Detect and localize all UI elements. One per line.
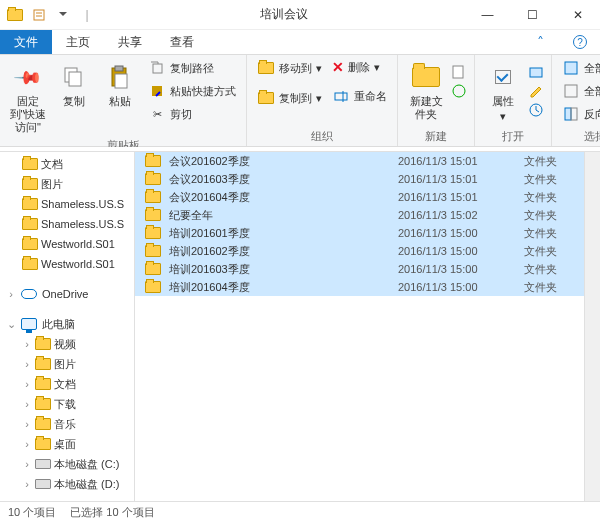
new-folder-button[interactable]: 新建文件夹 bbox=[404, 57, 448, 125]
paste-label: 粘贴 bbox=[109, 95, 131, 108]
nav-this-pc[interactable]: ⌄ 此电脑 bbox=[0, 314, 134, 334]
close-button[interactable]: ✕ bbox=[555, 0, 600, 30]
tab-file[interactable]: 文件 bbox=[0, 30, 52, 54]
nav-pc-item[interactable]: ›文档 bbox=[0, 374, 134, 394]
file-list[interactable]: 会议201602季度2016/11/3 15:01文件夹会议201603季度20… bbox=[135, 152, 584, 501]
nav-item[interactable]: Shameless.US.S bbox=[0, 214, 134, 234]
ribbon-minimize-icon[interactable]: ˄ bbox=[520, 30, 560, 54]
nav-pc-item[interactable]: ›本地磁盘 (D:) bbox=[0, 474, 134, 494]
file-name: 会议201603季度 bbox=[167, 172, 392, 187]
nav-pc-item[interactable]: ›本地磁盘 (C:) bbox=[0, 454, 134, 474]
tab-share[interactable]: 共享 bbox=[104, 30, 156, 54]
window-title: 培训会议 bbox=[102, 6, 465, 23]
nav-item[interactable]: 图片 bbox=[0, 174, 134, 194]
nav-pc-item[interactable]: ›图片 bbox=[0, 354, 134, 374]
nav-pc-label: 图片 bbox=[54, 357, 76, 372]
svg-rect-15 bbox=[565, 108, 571, 120]
copy-path-button[interactable]: 复制路径 bbox=[144, 57, 240, 79]
nav-pc-label: 视频 bbox=[54, 337, 76, 352]
svg-rect-5 bbox=[115, 74, 127, 88]
nav-item-label: 图片 bbox=[41, 177, 63, 192]
file-row[interactable]: 会议201603季度2016/11/3 15:01文件夹 bbox=[135, 170, 584, 188]
rename-icon bbox=[332, 87, 350, 105]
ribbon-group-organize: 移动到▾ 复制到▾ ✕删除▾ 重命名 组织 bbox=[247, 55, 398, 146]
nav-item[interactable]: Shameless.US.S bbox=[0, 194, 134, 214]
nav-item[interactable]: Westworld.S01 bbox=[0, 254, 134, 274]
copy-to-button[interactable]: 复制到▾ bbox=[253, 87, 326, 109]
new-item-icon[interactable] bbox=[450, 63, 468, 81]
cut-button[interactable]: ✂剪切 bbox=[144, 103, 240, 125]
file-date: 2016/11/3 15:01 bbox=[398, 191, 518, 203]
file-name: 培训201601季度 bbox=[167, 226, 392, 241]
file-type: 文件夹 bbox=[524, 280, 584, 295]
nav-item-label: Westworld.S01 bbox=[41, 238, 115, 250]
file-name: 会议201602季度 bbox=[167, 154, 392, 169]
nav-pc-item[interactable]: ›桌面 bbox=[0, 434, 134, 454]
nav-pc-item[interactable]: ›视频 bbox=[0, 334, 134, 354]
help-icon[interactable]: ? bbox=[560, 30, 600, 54]
chevron-right-icon[interactable]: › bbox=[22, 438, 32, 450]
chevron-right-icon[interactable]: › bbox=[22, 358, 32, 370]
nav-onedrive[interactable]: › OneDrive bbox=[0, 284, 134, 304]
svg-rect-16 bbox=[571, 108, 577, 120]
nav-pc-item[interactable]: ›音乐 bbox=[0, 414, 134, 434]
computer-icon bbox=[21, 318, 37, 330]
chevron-right-icon[interactable]: › bbox=[22, 378, 32, 390]
nav-item[interactable]: Westworld.S01 bbox=[0, 234, 134, 254]
chevron-right-icon[interactable]: › bbox=[22, 458, 32, 470]
folder-icon bbox=[145, 263, 161, 275]
select-all-button[interactable]: 全部选择 bbox=[558, 57, 600, 79]
nav-item[interactable]: 文档 bbox=[0, 154, 134, 174]
copy-button[interactable]: 复制 bbox=[52, 57, 96, 112]
tab-view[interactable]: 查看 bbox=[156, 30, 208, 54]
file-row[interactable]: 培训201602季度2016/11/3 15:00文件夹 bbox=[135, 242, 584, 260]
invert-selection-button[interactable]: 反向选择 bbox=[558, 103, 600, 125]
move-to-button[interactable]: 移动到▾ bbox=[253, 57, 326, 79]
qat-dropdown-icon[interactable] bbox=[52, 4, 74, 26]
quick-access-toolbar: | bbox=[0, 4, 102, 26]
delete-button[interactable]: ✕删除▾ bbox=[328, 57, 391, 77]
chevron-down-icon[interactable]: ⌄ bbox=[6, 318, 16, 331]
invert-selection-icon bbox=[562, 105, 580, 123]
qat-folder-icon[interactable] bbox=[4, 4, 26, 26]
vertical-scrollbar[interactable] bbox=[584, 152, 600, 501]
chevron-right-icon[interactable]: › bbox=[22, 478, 32, 490]
chevron-right-icon[interactable]: › bbox=[22, 338, 32, 350]
file-row[interactable]: 培训201604季度2016/11/3 15:00文件夹 bbox=[135, 278, 584, 296]
history-icon[interactable] bbox=[527, 101, 545, 119]
paste-shortcut-button[interactable]: 粘贴快捷方式 bbox=[144, 80, 240, 102]
select-none-button[interactable]: 全部取消 bbox=[558, 80, 600, 102]
paste-button[interactable]: 粘贴 bbox=[98, 57, 142, 112]
drive-icon bbox=[35, 479, 51, 489]
file-row[interactable]: 会议201602季度2016/11/3 15:01文件夹 bbox=[135, 152, 584, 170]
copy-path-icon bbox=[148, 59, 166, 77]
file-date: 2016/11/3 15:00 bbox=[398, 263, 518, 275]
easy-access-icon[interactable] bbox=[450, 82, 468, 100]
open-icon[interactable] bbox=[527, 63, 545, 81]
properties-button[interactable]: 属性▾ bbox=[481, 57, 525, 127]
svg-rect-13 bbox=[565, 62, 577, 74]
rename-button[interactable]: 重命名 bbox=[328, 85, 391, 107]
pin-quick-access-button[interactable]: 📌 固定到"快速访问" bbox=[6, 57, 50, 138]
tab-home[interactable]: 主页 bbox=[52, 30, 104, 54]
qat-properties-icon[interactable] bbox=[28, 4, 50, 26]
edit-icon[interactable] bbox=[527, 82, 545, 100]
file-row[interactable]: 会议201604季度2016/11/3 15:01文件夹 bbox=[135, 188, 584, 206]
file-row[interactable]: 培训201603季度2016/11/3 15:00文件夹 bbox=[135, 260, 584, 278]
group-label-organize: 组织 bbox=[253, 129, 391, 146]
chevron-down-icon: ▾ bbox=[316, 62, 322, 75]
nav-pc-label: 下载 bbox=[54, 397, 76, 412]
chevron-right-icon[interactable]: › bbox=[22, 418, 32, 430]
chevron-right-icon[interactable]: › bbox=[6, 288, 16, 300]
maximize-button[interactable]: ☐ bbox=[510, 0, 555, 30]
chevron-right-icon[interactable]: › bbox=[22, 398, 32, 410]
navigation-pane[interactable]: 文档图片Shameless.US.SShameless.US.SWestworl… bbox=[0, 152, 135, 501]
file-row[interactable]: 培训201601季度2016/11/3 15:00文件夹 bbox=[135, 224, 584, 242]
content-area: 文档图片Shameless.US.SShameless.US.SWestworl… bbox=[0, 152, 600, 501]
minimize-button[interactable]: — bbox=[465, 0, 510, 30]
file-row[interactable]: 纪要全年2016/11/3 15:02文件夹 bbox=[135, 206, 584, 224]
group-label-open: 打开 bbox=[481, 129, 545, 146]
nav-pc-item[interactable]: ›下载 bbox=[0, 394, 134, 414]
group-label-new: 新建 bbox=[404, 129, 468, 146]
folder-icon bbox=[22, 258, 38, 270]
